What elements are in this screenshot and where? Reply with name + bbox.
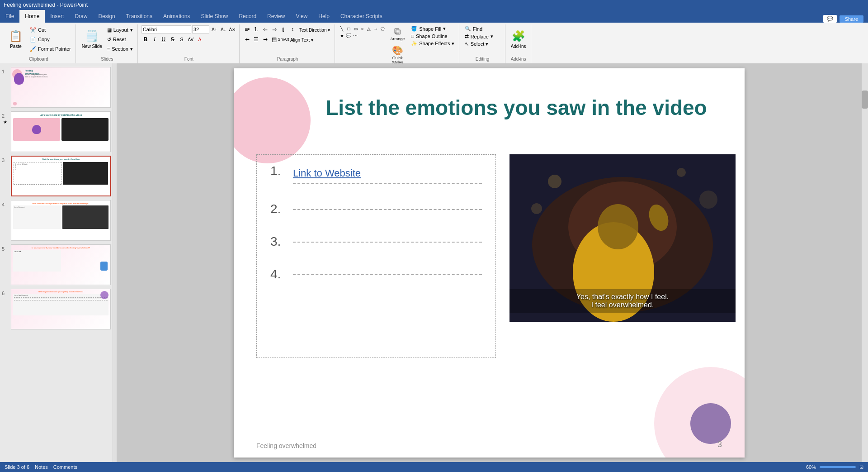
smart-art-button[interactable]: SmArt: [279, 35, 288, 43]
slide-thumb-2[interactable]: 2 ★ Let's learn more by watching this vi…: [2, 111, 111, 152]
title-bar: Feeling overwhelmed - PowerPoint: [0, 0, 868, 10]
comments-button[interactable]: 💬: [823, 15, 837, 23]
tab-review[interactable]: Review: [262, 10, 290, 23]
slides-group: 🗒️ New Slide ▦ Layout ▾ ↺ Reset ≡ Sectio…: [77, 24, 138, 63]
align-right-button[interactable]: ➡: [261, 35, 269, 43]
align-text-button[interactable]: Align Text ▾: [288, 35, 315, 44]
shape-rounded-rect[interactable]: ▭: [352, 25, 359, 32]
slide-img-1[interactable]: Feelingoverwhelmed Tap into how you're f…: [11, 67, 111, 108]
share-button[interactable]: Share: [840, 15, 863, 23]
shadow-button[interactable]: S: [178, 35, 186, 43]
shape-effects-button[interactable]: ✨ Shape Effects ▾: [409, 40, 456, 47]
comments-status-button[interactable]: Comments: [53, 464, 77, 470]
quick-styles-button[interactable]: 🎨 Quick Styles: [389, 44, 406, 66]
increase-indent-button[interactable]: ⇒: [270, 25, 278, 33]
bullets-button[interactable]: ≡•: [243, 25, 251, 33]
clear-format-button[interactable]: A✕: [228, 25, 236, 33]
list-dash-3: [293, 242, 482, 243]
copy-button[interactable]: 📄 Copy: [28, 35, 73, 44]
format-painter-button[interactable]: 🖌️ Format Painter: [28, 44, 73, 53]
shape-line[interactable]: ╲: [339, 25, 345, 32]
reset-button[interactable]: ↺ Reset: [105, 35, 135, 44]
find-button[interactable]: 🔍 Find: [463, 25, 495, 32]
shape-callout[interactable]: 💬: [345, 32, 352, 38]
slide-thumb-4[interactable]: 4 How does the Feelings Monster help Ash…: [2, 200, 111, 241]
cut-button[interactable]: ✂️ Cut: [28, 25, 73, 34]
shape-outline-button[interactable]: □ Shape Outline: [409, 33, 456, 39]
slide-img-6[interactable]: What do you notice when you're getting o…: [11, 289, 111, 329]
tab-design[interactable]: Design: [93, 10, 120, 23]
font-color-button[interactable]: A: [196, 35, 204, 43]
tab-view[interactable]: View: [290, 10, 313, 23]
tab-record[interactable]: Record: [233, 10, 262, 23]
layout-button[interactable]: ▦ Layout ▾: [105, 25, 135, 34]
right-scrollbar[interactable]: [862, 63, 868, 462]
replace-button[interactable]: ⇄ Replace ▾: [463, 33, 495, 40]
text-direction-button[interactable]: Text Direction ▾: [297, 25, 332, 34]
strikethrough-button[interactable]: S̶: [169, 35, 177, 43]
slide-thumb-1[interactable]: 1 Feelingoverwhelmed Tap into how you're…: [2, 67, 111, 108]
shape-pentagon[interactable]: ⬠: [379, 25, 386, 32]
list-box[interactable]: 1. Link to Website 2. 3.: [256, 154, 496, 358]
copy-label: Copy: [38, 37, 50, 42]
font-size-input[interactable]: [192, 25, 209, 33]
shape-fill-button[interactable]: 🪣 Shape Fill ▾: [409, 25, 456, 32]
numbering-button[interactable]: 1.: [252, 25, 260, 33]
tab-character-scripts[interactable]: Character Scripts: [335, 10, 388, 23]
align-center-button[interactable]: ☰: [252, 35, 260, 43]
addins-label: Add-ins: [511, 44, 526, 49]
tab-help[interactable]: Help: [313, 10, 335, 23]
justify-button[interactable]: ▤: [270, 35, 278, 43]
cut-icon: ✂️: [30, 27, 36, 33]
editing-label: Editing: [463, 57, 502, 62]
shape-more[interactable]: ⋯: [352, 32, 359, 38]
line-spacing-button[interactable]: ↕: [288, 25, 297, 33]
font-name-input[interactable]: [142, 25, 191, 33]
find-label: Find: [473, 26, 482, 32]
slide-img-3[interactable]: List the emotions you saw in the video 1…: [11, 156, 111, 196]
shape-triangle[interactable]: △: [366, 25, 372, 32]
shape-rect[interactable]: □: [345, 25, 352, 32]
align-left-button[interactable]: ⬅: [243, 35, 251, 43]
slide-panel[interactable]: 1 Feelingoverwhelmed Tap into how you're…: [0, 63, 113, 462]
slide-num-3: 3: [2, 157, 8, 163]
scroll-thumb[interactable]: [862, 91, 868, 109]
tab-transitions[interactable]: Transitions: [121, 10, 158, 23]
section-button[interactable]: ≡ Section ▾: [105, 44, 135, 53]
slide-img-2[interactable]: Let's learn more by watching this video: [11, 111, 111, 152]
panel-resizer[interactable]: [113, 63, 117, 462]
slide-thumb-6[interactable]: 6 What do you notice when you're getting…: [2, 289, 111, 329]
slide-img-4[interactable]: How does the Feelings Monster help Ash l…: [11, 200, 111, 241]
fit-slide-button[interactable]: ⊡: [859, 464, 863, 470]
decrease-indent-button[interactable]: ⇐: [261, 25, 269, 33]
shape-star[interactable]: ★: [339, 32, 345, 38]
notes-button[interactable]: Notes: [35, 464, 48, 470]
bold-button[interactable]: B: [142, 35, 150, 43]
increase-font-button[interactable]: A↑: [210, 25, 218, 33]
new-slide-button[interactable]: 🗒️ New Slide: [80, 25, 104, 52]
underline-button[interactable]: U: [160, 35, 168, 43]
tab-slideshow[interactable]: Slide Show: [195, 10, 233, 23]
addins-button[interactable]: 🧩 Add-ins: [509, 25, 528, 52]
tab-draw[interactable]: Draw: [69, 10, 93, 23]
tab-home[interactable]: Home: [19, 10, 45, 23]
shape-oval[interactable]: ○: [359, 25, 365, 32]
italic-button[interactable]: I: [151, 35, 159, 43]
columns-button[interactable]: ⫿: [279, 25, 288, 33]
slide-thumb-3[interactable]: 3 List the emotions you saw in the video…: [2, 156, 111, 196]
tab-animations[interactable]: Animations: [158, 10, 195, 23]
list-dash-4: [293, 274, 482, 275]
tab-file[interactable]: File: [0, 10, 19, 23]
tab-insert[interactable]: Insert: [45, 10, 69, 23]
zoom-slider[interactable]: [820, 466, 856, 468]
shape-arrow[interactable]: →: [373, 25, 379, 32]
char-spacing-button[interactable]: AV: [187, 35, 195, 43]
decrease-font-button[interactable]: A↓: [219, 25, 227, 33]
shape-fill-label: Shape Fill: [419, 26, 441, 32]
slide-thumb-5[interactable]: 5 In your own words, how would you descr…: [2, 244, 111, 285]
slide-img-5[interactable]: In your own words, how would you describ…: [11, 244, 111, 285]
paste-button[interactable]: 📋 Paste: [5, 25, 27, 52]
arrange-button[interactable]: ⧉ Arrange: [389, 25, 406, 42]
select-button[interactable]: ↖ Select ▾: [463, 41, 495, 48]
video-box: Yes, that's exactly how I feel. I feel o…: [509, 154, 736, 322]
